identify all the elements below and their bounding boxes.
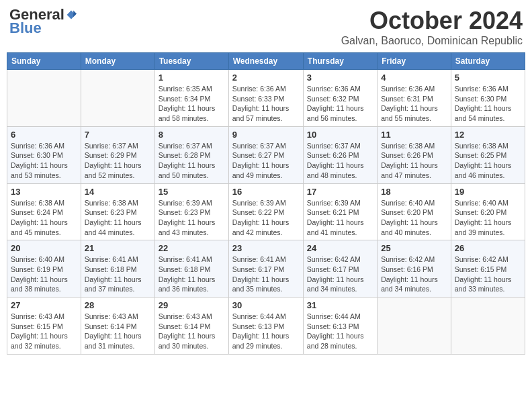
day-cell: 31Sunrise: 6:44 AM Sunset: 6:13 PM Dayli…	[303, 298, 377, 355]
day-info: Sunrise: 6:40 AM Sunset: 6:19 PM Dayligh…	[11, 255, 77, 294]
day-cell: 5Sunrise: 6:36 AM Sunset: 6:30 PM Daylig…	[451, 70, 525, 127]
day-number: 3	[307, 73, 373, 83]
day-number: 14	[85, 187, 151, 197]
day-cell: 8Sunrise: 6:37 AM Sunset: 6:28 PM Daylig…	[154, 126, 228, 183]
weekday-header-thursday: Thursday	[303, 53, 377, 70]
day-cell: 25Sunrise: 6:42 AM Sunset: 6:16 PM Dayli…	[378, 240, 451, 298]
day-cell: 14Sunrise: 6:38 AM Sunset: 6:23 PM Dayli…	[81, 183, 154, 240]
day-number: 4	[381, 73, 447, 83]
day-cell: 20Sunrise: 6:40 AM Sunset: 6:19 PM Dayli…	[7, 240, 81, 298]
day-cell: 24Sunrise: 6:42 AM Sunset: 6:17 PM Dayli…	[303, 240, 377, 298]
day-cell: 22Sunrise: 6:41 AM Sunset: 6:18 PM Dayli…	[154, 240, 228, 298]
day-number: 31	[307, 300, 373, 310]
day-number: 30	[232, 300, 300, 310]
day-cell: 21Sunrise: 6:41 AM Sunset: 6:18 PM Dayli…	[81, 240, 154, 298]
day-number: 16	[232, 187, 300, 197]
day-info: Sunrise: 6:36 AM Sunset: 6:31 PM Dayligh…	[381, 84, 447, 124]
weekday-header-row: SundayMondayTuesdayWednesdayThursdayFrid…	[7, 53, 525, 70]
day-info: Sunrise: 6:37 AM Sunset: 6:29 PM Dayligh…	[85, 141, 151, 181]
logo: General Blue	[9, 7, 77, 36]
week-row-5: 27Sunrise: 6:43 AM Sunset: 6:15 PM Dayli…	[7, 298, 525, 355]
weekday-header-wednesday: Wednesday	[228, 53, 303, 70]
day-cell: 13Sunrise: 6:38 AM Sunset: 6:24 PM Dayli…	[7, 183, 81, 240]
day-cell: 6Sunrise: 6:36 AM Sunset: 6:30 PM Daylig…	[7, 126, 81, 183]
weekday-header-friday: Friday	[378, 53, 451, 70]
day-info: Sunrise: 6:42 AM Sunset: 6:15 PM Dayligh…	[455, 255, 521, 294]
day-info: Sunrise: 6:41 AM Sunset: 6:17 PM Dayligh…	[232, 255, 300, 294]
day-info: Sunrise: 6:44 AM Sunset: 6:13 PM Dayligh…	[232, 312, 300, 351]
day-number: 12	[455, 130, 521, 140]
day-info: Sunrise: 6:42 AM Sunset: 6:17 PM Dayligh…	[307, 255, 373, 294]
day-cell: 7Sunrise: 6:37 AM Sunset: 6:29 PM Daylig…	[81, 126, 154, 183]
day-info: Sunrise: 6:37 AM Sunset: 6:28 PM Dayligh…	[159, 141, 225, 181]
day-cell: 10Sunrise: 6:37 AM Sunset: 6:26 PM Dayli…	[303, 126, 377, 183]
day-number: 22	[159, 243, 225, 253]
week-row-1: 1Sunrise: 6:35 AM Sunset: 6:34 PM Daylig…	[7, 70, 525, 127]
day-info: Sunrise: 6:43 AM Sunset: 6:15 PM Dayligh…	[11, 312, 77, 351]
day-cell	[81, 70, 154, 127]
day-info: Sunrise: 6:38 AM Sunset: 6:24 PM Dayligh…	[11, 198, 77, 238]
day-info: Sunrise: 6:35 AM Sunset: 6:34 PM Dayligh…	[159, 84, 225, 124]
day-info: Sunrise: 6:38 AM Sunset: 6:26 PM Dayligh…	[381, 141, 447, 181]
logo-icon	[66, 9, 77, 20]
day-number: 26	[455, 243, 521, 253]
svg-marker-1	[73, 11, 77, 17]
day-info: Sunrise: 6:36 AM Sunset: 6:33 PM Dayligh…	[232, 84, 300, 124]
day-number: 29	[159, 300, 225, 310]
day-number: 17	[307, 187, 373, 197]
page-header: General Blue October 2024 Galvan, Baoruc…	[7, 7, 525, 47]
day-number: 11	[381, 130, 447, 140]
day-cell: 23Sunrise: 6:41 AM Sunset: 6:17 PM Dayli…	[228, 240, 303, 298]
day-info: Sunrise: 6:40 AM Sunset: 6:20 PM Dayligh…	[455, 198, 521, 238]
logo-blue-text: Blue	[9, 20, 42, 36]
day-number: 19	[455, 187, 521, 197]
day-number: 21	[85, 243, 151, 253]
day-info: Sunrise: 6:37 AM Sunset: 6:27 PM Dayligh…	[232, 141, 300, 181]
day-cell: 30Sunrise: 6:44 AM Sunset: 6:13 PM Dayli…	[228, 298, 303, 355]
day-cell: 17Sunrise: 6:39 AM Sunset: 6:21 PM Dayli…	[303, 183, 377, 240]
day-info: Sunrise: 6:38 AM Sunset: 6:23 PM Dayligh…	[85, 198, 151, 238]
day-number: 2	[232, 73, 300, 83]
day-number: 15	[159, 187, 225, 197]
day-cell: 9Sunrise: 6:37 AM Sunset: 6:27 PM Daylig…	[228, 126, 303, 183]
day-cell: 29Sunrise: 6:43 AM Sunset: 6:14 PM Dayli…	[154, 298, 228, 355]
day-cell: 4Sunrise: 6:36 AM Sunset: 6:31 PM Daylig…	[378, 70, 451, 127]
day-cell: 28Sunrise: 6:43 AM Sunset: 6:14 PM Dayli…	[81, 298, 154, 355]
day-number: 5	[455, 73, 521, 83]
day-info: Sunrise: 6:36 AM Sunset: 6:30 PM Dayligh…	[11, 141, 77, 181]
day-info: Sunrise: 6:39 AM Sunset: 6:22 PM Dayligh…	[232, 198, 300, 238]
day-info: Sunrise: 6:43 AM Sunset: 6:14 PM Dayligh…	[85, 312, 151, 351]
week-row-3: 13Sunrise: 6:38 AM Sunset: 6:24 PM Dayli…	[7, 183, 525, 240]
day-cell: 12Sunrise: 6:38 AM Sunset: 6:25 PM Dayli…	[451, 126, 525, 183]
day-cell: 26Sunrise: 6:42 AM Sunset: 6:15 PM Dayli…	[451, 240, 525, 298]
day-info: Sunrise: 6:36 AM Sunset: 6:30 PM Dayligh…	[455, 84, 521, 124]
day-cell	[451, 298, 525, 355]
title-block: October 2024 Galvan, Baoruco, Dominican …	[341, 7, 523, 47]
month-title: October 2024	[341, 7, 523, 35]
day-cell: 16Sunrise: 6:39 AM Sunset: 6:22 PM Dayli…	[228, 183, 303, 240]
day-cell: 11Sunrise: 6:38 AM Sunset: 6:26 PM Dayli…	[378, 126, 451, 183]
day-cell: 15Sunrise: 6:39 AM Sunset: 6:23 PM Dayli…	[154, 183, 228, 240]
day-number: 20	[11, 243, 77, 253]
day-cell: 2Sunrise: 6:36 AM Sunset: 6:33 PM Daylig…	[228, 70, 303, 127]
day-number: 1	[159, 73, 225, 83]
day-number: 18	[381, 187, 447, 197]
day-info: Sunrise: 6:41 AM Sunset: 6:18 PM Dayligh…	[159, 255, 225, 294]
weekday-header-sunday: Sunday	[7, 53, 81, 70]
day-cell: 3Sunrise: 6:36 AM Sunset: 6:32 PM Daylig…	[303, 70, 377, 127]
weekday-header-tuesday: Tuesday	[154, 53, 228, 70]
calendar-table: SundayMondayTuesdayWednesdayThursdayFrid…	[7, 52, 525, 355]
week-row-2: 6Sunrise: 6:36 AM Sunset: 6:30 PM Daylig…	[7, 126, 525, 183]
day-cell	[7, 70, 81, 127]
weekday-header-monday: Monday	[81, 53, 154, 70]
day-info: Sunrise: 6:38 AM Sunset: 6:25 PM Dayligh…	[455, 141, 521, 181]
day-cell: 27Sunrise: 6:43 AM Sunset: 6:15 PM Dayli…	[7, 298, 81, 355]
day-number: 10	[307, 130, 373, 140]
day-number: 6	[11, 130, 77, 140]
weekday-header-saturday: Saturday	[451, 53, 525, 70]
day-number: 7	[85, 130, 151, 140]
day-cell: 1Sunrise: 6:35 AM Sunset: 6:34 PM Daylig…	[154, 70, 228, 127]
day-number: 13	[11, 187, 77, 197]
day-info: Sunrise: 6:41 AM Sunset: 6:18 PM Dayligh…	[85, 255, 151, 294]
day-info: Sunrise: 6:39 AM Sunset: 6:21 PM Dayligh…	[307, 198, 373, 238]
